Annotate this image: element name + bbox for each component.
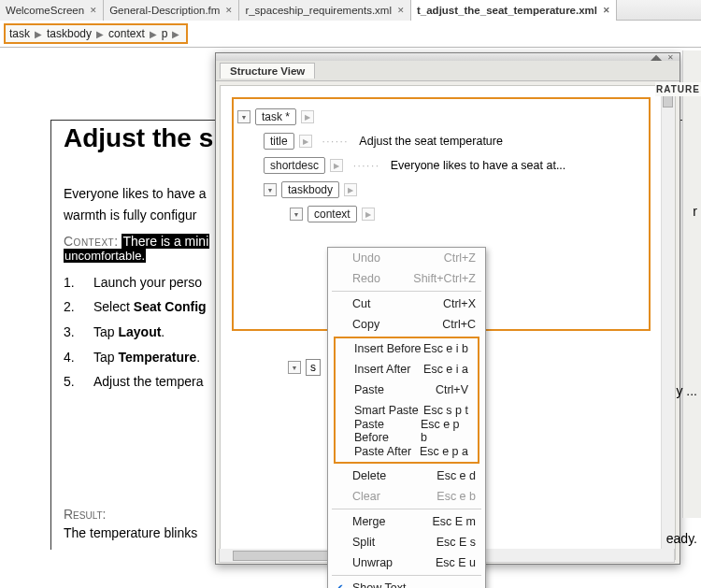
menu-item-unwrap[interactable]: UnwrapEsc E u	[328, 552, 485, 573]
ellipsis-icon: ······	[317, 136, 355, 147]
chevron-right-icon: ▶	[150, 29, 157, 39]
menu-item-paste[interactable]: PasteCtrl+V	[336, 380, 478, 400]
menu-separator	[332, 509, 481, 509]
chevron-right-icon[interactable]: ▶	[362, 208, 375, 221]
close-icon[interactable]: ✕	[603, 6, 610, 15]
tree-node-title[interactable]: title ▶ ······ Adjust the seat temperatu…	[264, 129, 643, 153]
tree-node-s[interactable]: ▼ s	[288, 355, 321, 380]
menu-group-highlighted: Insert BeforeEsc e i b Insert AfterEsc e…	[328, 337, 485, 464]
breadcrumb-item[interactable]: p	[162, 27, 168, 40]
check-icon: ✔	[334, 581, 344, 589]
breadcrumb-item[interactable]: taskbody	[47, 27, 92, 40]
breadcrumb-row: task▶ taskbody▶ context▶ p▶	[0, 21, 701, 48]
tree-node-taskbody[interactable]: ▼ taskbody ▶	[264, 178, 643, 202]
element-box[interactable]: context	[308, 206, 357, 222]
chevron-right-icon: ▶	[172, 29, 179, 39]
menu-item-cut[interactable]: CutCtrl+X	[328, 294, 485, 314]
panel-tabrow: Structure View	[216, 61, 680, 81]
vertical-scrollbar[interactable]	[661, 86, 675, 559]
menu-item-show-text[interactable]: ✔Show Text	[328, 578, 485, 588]
chevron-right-icon: ▶	[35, 29, 42, 39]
chevron-right-icon[interactable]: ▶	[330, 159, 343, 172]
breadcrumb-item[interactable]: context	[108, 27, 145, 40]
truncated-text: r	[693, 204, 697, 219]
step-number: 1.	[64, 270, 77, 295]
panel-chrome: ◢◣ ✕	[216, 53, 680, 61]
truncated-text: eady.	[666, 531, 697, 546]
panel-tab-structure-view[interactable]: Structure View	[220, 63, 315, 79]
tab-adjust-seat-temperature[interactable]: t_adjust_the_seat_temperature.xml✕	[411, 0, 617, 21]
right-gutter	[682, 50, 701, 518]
element-box[interactable]: shortdesc	[264, 157, 325, 174]
menu-separator	[332, 575, 481, 576]
chevron-right-icon[interactable]: ▶	[344, 183, 357, 196]
close-icon[interactable]: ✕	[90, 6, 97, 15]
truncated-heading: RATURE	[655, 82, 701, 96]
step-text: Tap Temperature.	[93, 345, 200, 370]
tab-general-description[interactable]: General-Description.fm✕	[104, 0, 239, 21]
tab-spaceship-requirements[interactable]: r_spaceship_requirements.xml✕	[239, 0, 411, 21]
step-text: Select Seat Config	[93, 294, 207, 320]
close-icon[interactable]: ✕	[667, 53, 674, 62]
element-text: Adjust the seat temperature	[359, 135, 503, 148]
element-box[interactable]: s	[306, 359, 321, 376]
tab-label: WelcomeScreen	[6, 5, 84, 16]
context-menu[interactable]: UndoCtrl+Z RedoShift+Ctrl+Z CutCtrl+X Co…	[327, 247, 486, 588]
step-text: Adjust the tempera	[93, 369, 204, 394]
tree-node-context[interactable]: ▼ context ▶	[290, 202, 643, 226]
document-tabbar: WelcomeScreen✕ General-Description.fm✕ r…	[0, 0, 701, 21]
minimize-icon[interactable]: ◢◣	[651, 53, 662, 62]
collapse-icon[interactable]: ▼	[290, 208, 303, 221]
truncated-text: y ...	[676, 383, 697, 398]
step-number: 5.	[64, 369, 77, 394]
collapse-icon[interactable]: ▼	[237, 110, 250, 123]
breadcrumb[interactable]: task▶ taskbody▶ context▶ p▶	[4, 23, 188, 44]
breadcrumb-item[interactable]: task	[9, 27, 30, 40]
tab-label: General-Description.fm	[109, 5, 220, 16]
menu-item-insert-after[interactable]: Insert AfterEsc e i a	[336, 359, 478, 380]
tab-welcome[interactable]: WelcomeScreen✕	[0, 0, 104, 21]
menu-item-insert-before[interactable]: Insert BeforeEsc e i b	[336, 338, 478, 359]
menu-item-clear: ClearEsc e b	[328, 486, 485, 507]
element-box[interactable]: taskbody	[281, 181, 339, 198]
step-text: Tap Layout.	[93, 320, 165, 345]
menu-item-copy[interactable]: CopyCtrl+C	[328, 314, 485, 335]
selected-text[interactable]: There is a mini	[122, 234, 209, 249]
menu-item-delete[interactable]: DeleteEsc e d	[328, 466, 485, 486]
tree-node-shortdesc[interactable]: shortdesc ▶ ······ Everyone likes to hav…	[264, 153, 643, 178]
step-number: 2.	[64, 294, 77, 320]
step-number: 4.	[64, 345, 77, 370]
menu-item-merge[interactable]: MergeEsc E m	[328, 511, 485, 532]
chevron-right-icon: ▶	[96, 29, 104, 39]
collapse-icon[interactable]: ▼	[264, 183, 277, 196]
menu-item-paste-after[interactable]: Paste AfterEsc e p a	[336, 441, 478, 462]
step-text: Launch your perso	[93, 270, 202, 295]
tree-node-task[interactable]: ▼ task * ▶	[237, 105, 643, 129]
close-icon[interactable]: ✕	[225, 6, 233, 15]
chevron-right-icon[interactable]: ▶	[299, 135, 312, 148]
menu-separator	[332, 291, 481, 292]
menu-item-paste-before[interactable]: Paste BeforeEsc e p b	[336, 421, 478, 441]
menu-item-redo: RedoShift+Ctrl+Z	[328, 268, 485, 289]
close-icon[interactable]: ✕	[397, 6, 405, 15]
element-text: Everyone likes to have a seat at...	[391, 159, 566, 172]
tab-label: t_adjust_the_seat_temperature.xml	[417, 5, 597, 16]
selected-text[interactable]: uncomfortable.	[64, 249, 146, 263]
step-number: 3.	[64, 320, 77, 345]
context-label: Context:	[64, 234, 119, 249]
element-box[interactable]: title	[264, 133, 294, 150]
chevron-right-icon[interactable]: ▶	[301, 110, 314, 123]
menu-item-split[interactable]: SplitEsc E s	[328, 532, 485, 552]
collapse-icon[interactable]: ▼	[288, 361, 301, 374]
ellipsis-icon: ······	[348, 161, 386, 171]
element-box[interactable]: task *	[255, 108, 296, 125]
tab-label: r_spaceship_requirements.xml	[245, 5, 392, 16]
menu-item-undo: UndoCtrl+Z	[328, 248, 485, 268]
